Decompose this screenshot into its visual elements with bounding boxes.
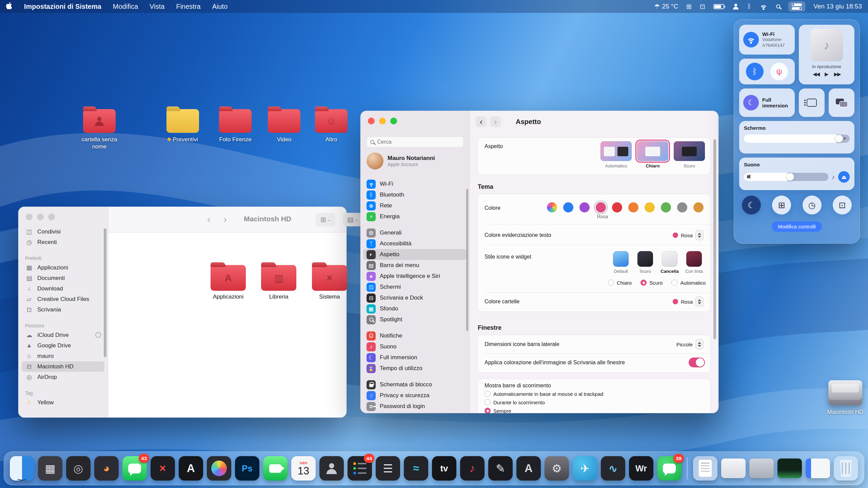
settings-nav-barra-dei-menu[interactable]: ▤Barra dei menu: [363, 260, 467, 271]
dock-window-thumb-1[interactable]: [721, 459, 746, 478]
close-button[interactable]: [26, 214, 33, 220]
dock-app-store[interactable]: A: [179, 456, 203, 481]
dock-firefox[interactable]: ◕: [94, 456, 119, 481]
wifi-tile[interactable]: Wi-Fi Vodafone-A76400147: [739, 25, 795, 55]
back-button[interactable]: ‹: [476, 116, 487, 127]
airplay-button[interactable]: ⏏: [838, 171, 850, 183]
dock-lens-utility[interactable]: ◎: [66, 456, 91, 481]
battery-icon[interactable]: [713, 4, 724, 9]
dock-window-thumb-4[interactable]: [806, 459, 830, 478]
menu-item-modifica[interactable]: Modifica: [113, 3, 138, 11]
icon-mode-chiaro[interactable]: Chiaro: [608, 280, 632, 286]
desktop-folder-video[interactable]: Video: [262, 109, 306, 143]
sidebar-item-download[interactable]: ↓Download: [22, 283, 104, 294]
scrollbar-option-automaticamente-in-base-al-mouse-o-al-trackpad[interactable]: Automaticamente in base al mouse o al tr…: [485, 391, 603, 397]
settings-nav-notifiche[interactable]: ΩNotifiche: [363, 330, 467, 341]
dock-window-thumb-3[interactable]: [777, 459, 802, 478]
play-icon[interactable]: ▶: [825, 71, 829, 77]
dock-apple-tv[interactable]: tv: [432, 456, 456, 481]
window-tiling-icon[interactable]: ⊞: [686, 3, 692, 11]
settings-nav-energia[interactable]: ⚡Energia: [363, 211, 467, 222]
sidebar-item-google-drive[interactable]: ▲Google Drive: [22, 340, 104, 351]
accent-color-rosso[interactable]: [612, 202, 622, 212]
minimize-button[interactable]: [37, 214, 44, 220]
apple-menu[interactable]: [6, 2, 13, 11]
display-status-icon[interactable]: ⊡: [700, 3, 705, 11]
menu-item-impostazioni-di-sistema[interactable]: Impostazioni di Sistema: [24, 3, 101, 11]
dock-messages[interactable]: 43: [122, 456, 147, 481]
dock-launchpad[interactable]: ▦: [38, 456, 62, 481]
accent-color-ambra[interactable]: [693, 202, 704, 212]
icon-view-button[interactable]: ⊞⌄: [316, 213, 335, 226]
accent-color-giallo[interactable]: [645, 202, 655, 212]
zoom-button[interactable]: [48, 214, 55, 220]
focus-tile[interactable]: ☾ Full immersion: [739, 88, 795, 117]
edit-controls-button[interactable]: Modifica controlli: [772, 221, 822, 232]
desktop-folder-cartella-senza-nome[interactable]: cartella senza nome: [77, 109, 121, 150]
weather-status[interactable]: ☂25 °C: [654, 3, 678, 11]
sidebar-item-yellow[interactable]: ○Yellow: [22, 397, 104, 408]
sidebar-item-recenti[interactable]: ◷Recenti: [22, 237, 104, 247]
finder-item-sistema[interactable]: ×Sistema: [304, 265, 355, 300]
settings-nav-schermi[interactable]: ⊡Schermi: [363, 282, 467, 292]
icon-style-con-tinta[interactable]: Con tinta: [683, 251, 705, 274]
menu-bar-clock[interactable]: Ven 13 giu 18:53: [813, 3, 862, 10]
menu-item-aiuto[interactable]: Aiuto: [212, 3, 228, 11]
scrollbar-option-sempre[interactable]: Sempre: [485, 408, 603, 413]
screen-capture-button[interactable]: ⊡: [833, 196, 852, 215]
dock-calendar[interactable]: ven13: [291, 456, 316, 481]
settings-nav-bluetooth[interactable]: ᛒBluetooth: [363, 189, 467, 200]
stage-manager-button[interactable]: [799, 88, 825, 117]
bluetooth-button[interactable]: ᛒ: [746, 63, 764, 80]
dock-music[interactable]: ♪: [460, 456, 485, 481]
settings-nav-accessibilit[interactable]: ᛉAccessibilità: [363, 238, 467, 249]
desktop-folder-preventivi[interactable]: Preventivi: [161, 109, 205, 143]
finder-sidebar-scrollbar[interactable]: [104, 228, 106, 357]
finder-item-libreria[interactable]: ▥Libreria: [253, 265, 304, 300]
dock-textedit-document[interactable]: [693, 456, 717, 481]
sidebar-item-applicazioni[interactable]: ▦Applicazioni: [22, 262, 104, 273]
control-center-icon[interactable]: [788, 1, 805, 12]
icon-style-scuro[interactable]: Scuro: [634, 251, 656, 274]
forward-button[interactable]: ›: [223, 214, 227, 224]
dock-reminders[interactable]: 44: [348, 456, 372, 481]
desktop-folder-altro[interactable]: ☺Altro: [309, 109, 353, 143]
calculator-button[interactable]: ⊞: [772, 196, 791, 215]
sidebar-item-icloud-drive[interactable]: ☁iCloud Drive: [22, 330, 104, 340]
sidebar-item-condivisi[interactable]: ◫Condivisi: [22, 226, 104, 237]
now-playing-tile[interactable]: ♪ In riproduzione ◀◀ ▶ ▶▶: [799, 25, 854, 84]
icon-mode-automatico[interactable]: Automatico: [671, 280, 706, 286]
user-status-icon[interactable]: [732, 4, 739, 9]
settings-search[interactable]: [367, 137, 463, 147]
settings-nav-sfondo[interactable]: ▦Sfondo: [363, 303, 467, 314]
sidebar-item-scrivania[interactable]: ⊡Scrivania: [22, 304, 104, 315]
accent-color-grafite[interactable]: [677, 202, 687, 212]
appearance-option-scuro[interactable]: Scuro: [673, 141, 706, 168]
icon-style-cancella[interactable]: Cancella: [659, 251, 680, 274]
dock-activity-monitor[interactable]: ∿: [601, 456, 625, 481]
appearance-option-automatico[interactable]: Automatico: [600, 141, 632, 168]
desktop-folder-foto-firenze[interactable]: Foto Firenze: [213, 109, 257, 143]
wifi-status-icon[interactable]: [759, 3, 768, 10]
dock-wave-app[interactable]: ≈: [404, 456, 428, 481]
back-button[interactable]: ‹: [207, 214, 211, 224]
settings-nav-apple-intelligence-e-siri[interactable]: ∗Apple Intelligence e Siri: [363, 271, 467, 282]
screen-mirroring-button[interactable]: [829, 88, 854, 117]
dock-window-thumb-2[interactable]: [749, 459, 774, 478]
appearance-option-chiaro[interactable]: Chiaro: [636, 141, 669, 168]
group-view-button[interactable]: ▤⌄: [343, 213, 362, 226]
accent-color-multicolore[interactable]: [547, 202, 557, 212]
dock-facetime[interactable]: [263, 456, 288, 481]
menu-item-finestra[interactable]: Finestra: [176, 3, 200, 11]
dock-notes[interactable]: ☰: [376, 456, 400, 481]
finder-item-applicazioni[interactable]: AApplicazioni: [203, 265, 254, 300]
previous-icon[interactable]: ◀◀: [813, 71, 819, 77]
settings-nav-rete[interactable]: ⊕Rete: [363, 200, 467, 211]
settings-nav-privacy-e-sicurezza[interactable]: ☝Privacy e sicurezza: [363, 390, 467, 401]
settings-nav-scrivania-e-dock[interactable]: ⊟Scrivania e Dock: [363, 292, 467, 303]
sidebar-item-mauro[interactable]: ⌂mauro: [22, 351, 104, 361]
sound-slider[interactable]: [744, 173, 828, 181]
dock-trash[interactable]: [834, 456, 858, 481]
dock-font-app[interactable]: A: [516, 456, 541, 481]
desktop-drive-macintosh-hd[interactable]: Macintosh HD: [823, 380, 867, 415]
